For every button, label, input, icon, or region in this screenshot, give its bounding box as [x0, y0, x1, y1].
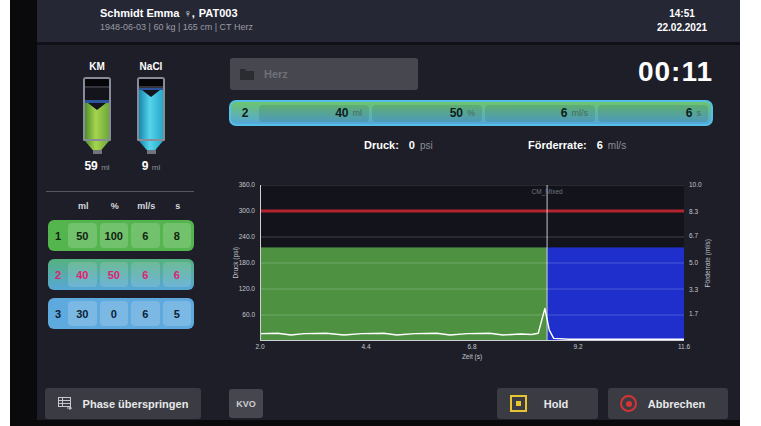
- phase-row-3[interactable]: 3 30 0 6 5: [48, 298, 194, 329]
- phase-row-2-active[interactable]: 2 40 50 6 6: [48, 259, 194, 290]
- pressure-label: Druck:: [364, 139, 399, 151]
- folder-icon: [239, 68, 255, 80]
- x-axis-title: Zeit (s): [260, 353, 684, 360]
- axis-tick-label: 10.0: [689, 181, 702, 188]
- axis-tick-label: 5.0: [689, 259, 698, 266]
- hold-button[interactable]: Hold: [497, 388, 598, 419]
- syringe-nacl-volume: 9: [142, 159, 149, 173]
- axis-tick-label: 2.0: [247, 343, 273, 350]
- kvo-label: KVO: [236, 399, 256, 409]
- syringe-km-cap: [85, 79, 109, 88]
- skip-phase-icon: [58, 397, 74, 410]
- axis-tick-label: 9.2: [565, 343, 591, 350]
- axis-tick-label: 4.4: [353, 343, 379, 350]
- cancel-label: Abbrechen: [648, 398, 705, 410]
- phase-table-header: ml % ml/s s: [48, 201, 194, 211]
- phase-bar-sec-unit: s: [697, 108, 702, 118]
- phase-bar-percent: 50: [450, 106, 463, 120]
- pressure-flow-chart: Druck (psi) 360.0300.0240.0180.0120.060.…: [230, 172, 713, 364]
- left-panel-divider: [46, 191, 194, 192]
- flow-unit: ml/s: [608, 140, 626, 151]
- protocol-name: Herz: [264, 68, 288, 80]
- phase-bar-rate-unit: ml/s: [572, 108, 589, 118]
- phase-3-ml: 30: [68, 301, 97, 326]
- phase-bar-volume-unit: ml: [353, 108, 363, 118]
- phase-bar-percent-unit: %: [467, 108, 475, 118]
- phase-3-rate: 6: [131, 301, 160, 326]
- injector-screen: Schmidt Emma ♀, PAT003 1948-06-03 | 60 k…: [0, 0, 761, 426]
- hold-label: Hold: [544, 398, 568, 410]
- axis-tick-label: 6.7: [689, 232, 698, 239]
- phase-3-number: 3: [51, 301, 65, 326]
- syringe-km-unit: ml: [101, 163, 109, 172]
- col-header-percent: %: [101, 201, 130, 211]
- screen-bezel: [10, 0, 37, 426]
- skip-phase-button[interactable]: Phase überspringen: [45, 388, 201, 419]
- chart-marker-label: CM_Mixed: [532, 188, 563, 196]
- phase-bar-number: 2: [234, 106, 256, 120]
- skip-phase-label: Phase überspringen: [83, 398, 189, 410]
- phase-bar-percent-cell: 50 %: [372, 105, 482, 122]
- patient-name-line: Schmidt Emma ♀, PAT003: [100, 7, 238, 19]
- patient-id: PAT003: [199, 7, 238, 19]
- col-header-sec: s: [164, 201, 193, 211]
- kvo-button[interactable]: KVO: [229, 389, 263, 418]
- phase-2-sec: 6: [163, 262, 192, 287]
- phase-2-number: 2: [51, 262, 65, 287]
- syringe-nacl-body: [137, 77, 165, 141]
- protocol-field[interactable]: Herz: [230, 58, 418, 90]
- phase-1-percent: 100: [100, 223, 129, 248]
- phase-1-sec: 8: [163, 223, 192, 248]
- axis-tick-label: 180.0: [239, 259, 255, 266]
- screen-bottom-bezel: [10, 420, 740, 426]
- phase-bar-sec-cell: 6 s: [598, 105, 708, 122]
- axis-tick-label: 3.3: [689, 286, 698, 293]
- syringe-nacl-tip: [147, 150, 156, 154]
- flow-readout: Förderrate: 6 ml/s: [528, 139, 626, 151]
- syringe-km-label: KM: [77, 61, 117, 72]
- clock: 14:51 22.02.2021: [637, 7, 727, 35]
- syringe-nacl-label: NaCl: [131, 61, 171, 72]
- syringe-km-fill: [85, 100, 109, 139]
- col-header-rate: ml/s: [132, 201, 161, 211]
- patient-header-bar: Schmidt Emma ♀, PAT003 1948-06-03 | 60 k…: [37, 0, 740, 45]
- patient-name: Schmidt Emma: [100, 7, 179, 19]
- hold-pause-icon: [510, 395, 527, 412]
- syringe-nacl-value: 9 ml: [131, 159, 171, 173]
- phase-1-rate: 6: [131, 223, 160, 248]
- axis-tick-label: 6.8: [459, 343, 485, 350]
- syringe-km: KM 59 ml: [77, 61, 117, 173]
- status-row: Druck: 0 psi Förderrate: 6 ml/s: [230, 139, 713, 155]
- axis-tick-label: 300.0: [239, 207, 255, 214]
- phase-2-ml: 40: [68, 262, 97, 287]
- flow-value: 6: [597, 139, 603, 151]
- flow-label: Förderrate:: [528, 139, 587, 151]
- axis-tick-label: 120.0: [239, 285, 255, 292]
- active-phase-bar: 2 40 ml 50 % 6 ml/s 6 s: [229, 100, 713, 126]
- stop-icon: [620, 395, 637, 412]
- syringe-nacl-taper: [139, 141, 163, 150]
- syringe-nacl-cap: [139, 79, 163, 88]
- syringe-km-body: [83, 77, 111, 141]
- phase-1-number: 1: [51, 223, 65, 248]
- phase-2-percent: 50: [100, 262, 129, 287]
- axis-tick-label: 60.0: [242, 311, 255, 318]
- phase-3-sec: 5: [163, 301, 192, 326]
- phase-1-ml: 50: [68, 223, 97, 248]
- syringe-km-tip: [93, 150, 102, 154]
- phase-row-1[interactable]: 1 50 100 6 8: [48, 220, 194, 251]
- syringe-nacl-unit: ml: [152, 163, 160, 172]
- pressure-unit: psi: [420, 140, 433, 151]
- plot-svg: CM_Mixed: [260, 185, 684, 341]
- clock-time: 14:51: [637, 7, 727, 21]
- axis-tick-label: 1.7: [689, 310, 698, 317]
- syringe-nacl-fill: [139, 87, 163, 139]
- axis-tick-label: 11.6: [671, 343, 697, 350]
- syringe-nacl: NaCl 9 ml: [131, 61, 171, 173]
- axis-tick-label: 360.0: [239, 181, 255, 188]
- patient-details: 1948-06-03 | 60 kg | 165 cm | CT Herz: [100, 22, 253, 32]
- elapsed-timer: 00:11: [570, 56, 713, 88]
- phase-bar-rate-cell: 6 ml/s: [485, 105, 595, 122]
- phase-bar-rate: 6: [561, 106, 568, 120]
- cancel-button[interactable]: Abbrechen: [608, 388, 728, 419]
